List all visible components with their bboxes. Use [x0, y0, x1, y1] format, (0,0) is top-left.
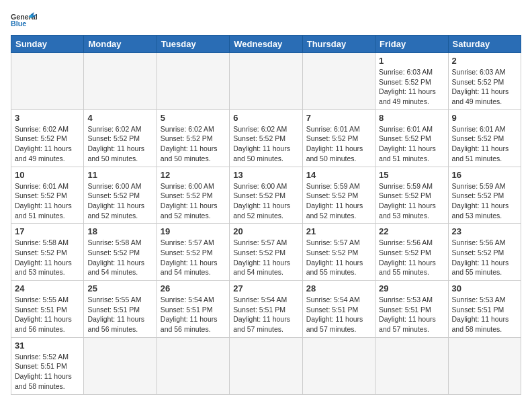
day-info: Sunrise: 6:01 AMSunset: 5:52 PMDaylight:… — [452, 124, 517, 164]
calendar-cell — [157, 53, 229, 110]
day-number: 8 — [379, 113, 444, 123]
day-header-monday: Monday — [84, 36, 157, 53]
day-info: Sunrise: 6:01 AMSunset: 5:52 PMDaylight:… — [306, 124, 371, 164]
calendar-week-row: 24Sunrise: 5:55 AMSunset: 5:51 PMDayligh… — [11, 281, 521, 338]
calendar-cell: 19Sunrise: 5:57 AMSunset: 5:52 PMDayligh… — [157, 224, 229, 281]
day-info: Sunrise: 5:57 AMSunset: 5:52 PMDaylight:… — [233, 238, 298, 277]
day-info: Sunrise: 5:55 AMSunset: 5:51 PMDaylight:… — [87, 295, 152, 334]
logo-icon: General Blue — [11, 11, 38, 30]
day-number: 30 — [452, 283, 517, 293]
day-number: 4 — [87, 113, 152, 123]
calendar-week-row: 17Sunrise: 5:58 AMSunset: 5:52 PMDayligh… — [11, 224, 521, 281]
calendar-cell — [84, 337, 157, 394]
day-number: 10 — [15, 170, 80, 180]
calendar-cell — [448, 337, 521, 394]
calendar-cell: 29Sunrise: 5:53 AMSunset: 5:51 PMDayligh… — [375, 281, 448, 338]
day-info: Sunrise: 5:59 AMSunset: 5:52 PMDaylight:… — [306, 181, 371, 221]
calendar-week-row: 10Sunrise: 6:01 AMSunset: 5:52 PMDayligh… — [11, 167, 521, 224]
day-header-tuesday: Tuesday — [157, 36, 229, 53]
calendar-cell: 22Sunrise: 5:56 AMSunset: 5:52 PMDayligh… — [375, 224, 448, 281]
day-info: Sunrise: 6:00 AMSunset: 5:52 PMDaylight:… — [161, 181, 226, 221]
day-number: 14 — [306, 170, 371, 180]
svg-text:Blue: Blue — [11, 19, 26, 28]
calendar-cell — [375, 337, 448, 394]
day-info: Sunrise: 5:58 AMSunset: 5:52 PMDaylight:… — [15, 238, 80, 277]
day-number: 21 — [306, 226, 371, 236]
day-number: 23 — [452, 226, 517, 236]
day-info: Sunrise: 6:02 AMSunset: 5:52 PMDaylight:… — [161, 124, 226, 164]
calendar-cell: 7Sunrise: 6:01 AMSunset: 5:52 PMDaylight… — [302, 109, 375, 167]
day-number: 28 — [306, 283, 371, 293]
calendar-cell: 8Sunrise: 6:01 AMSunset: 5:52 PMDaylight… — [375, 109, 448, 167]
calendar-header-row: SundayMondayTuesdayWednesdayThursdayFrid… — [11, 36, 521, 53]
day-info: Sunrise: 6:02 AMSunset: 5:52 PMDaylight:… — [233, 124, 298, 164]
day-header-thursday: Thursday — [302, 36, 375, 53]
calendar-cell: 6Sunrise: 6:02 AMSunset: 5:52 PMDaylight… — [230, 109, 302, 167]
calendar-cell: 10Sunrise: 6:01 AMSunset: 5:52 PMDayligh… — [11, 167, 84, 224]
day-number: 27 — [233, 283, 298, 293]
calendar-table: SundayMondayTuesdayWednesdayThursdayFrid… — [11, 35, 521, 395]
day-info: Sunrise: 6:00 AMSunset: 5:52 PMDaylight:… — [233, 181, 298, 221]
day-info: Sunrise: 5:56 AMSunset: 5:52 PMDaylight:… — [379, 238, 444, 277]
day-info: Sunrise: 5:54 AMSunset: 5:51 PMDaylight:… — [161, 295, 226, 334]
calendar-week-row: 31Sunrise: 5:52 AMSunset: 5:51 PMDayligh… — [11, 337, 521, 394]
day-number: 22 — [379, 226, 444, 236]
day-info: Sunrise: 6:01 AMSunset: 5:52 PMDaylight:… — [379, 124, 444, 164]
day-number: 6 — [233, 113, 298, 123]
day-number: 11 — [87, 170, 152, 180]
day-number: 24 — [15, 283, 80, 293]
calendar-cell — [157, 337, 229, 394]
calendar-cell — [84, 53, 157, 110]
day-number: 9 — [452, 113, 517, 123]
day-info: Sunrise: 6:03 AMSunset: 5:52 PMDaylight:… — [379, 67, 444, 107]
logo: General Blue — [11, 11, 38, 30]
day-info: Sunrise: 5:59 AMSunset: 5:52 PMDaylight:… — [452, 181, 517, 221]
day-info: Sunrise: 5:57 AMSunset: 5:52 PMDaylight:… — [161, 238, 226, 277]
calendar-cell: 25Sunrise: 5:55 AMSunset: 5:51 PMDayligh… — [84, 281, 157, 338]
day-info: Sunrise: 5:56 AMSunset: 5:52 PMDaylight:… — [452, 238, 517, 277]
calendar-cell: 14Sunrise: 5:59 AMSunset: 5:52 PMDayligh… — [302, 167, 375, 224]
calendar-cell — [230, 53, 302, 110]
calendar-cell: 31Sunrise: 5:52 AMSunset: 5:51 PMDayligh… — [11, 337, 84, 394]
day-info: Sunrise: 5:54 AMSunset: 5:51 PMDaylight:… — [233, 295, 298, 334]
calendar-cell: 15Sunrise: 5:59 AMSunset: 5:52 PMDayligh… — [375, 167, 448, 224]
calendar-cell — [302, 337, 375, 394]
calendar-cell: 2Sunrise: 6:03 AMSunset: 5:52 PMDaylight… — [448, 53, 521, 110]
day-number: 5 — [161, 113, 226, 123]
calendar-cell — [230, 337, 302, 394]
calendar-cell: 28Sunrise: 5:54 AMSunset: 5:51 PMDayligh… — [302, 281, 375, 338]
day-number: 26 — [161, 283, 226, 293]
page-header: General Blue — [11, 11, 521, 30]
day-info: Sunrise: 5:53 AMSunset: 5:51 PMDaylight:… — [379, 295, 444, 334]
day-number: 17 — [15, 226, 80, 236]
calendar-cell: 26Sunrise: 5:54 AMSunset: 5:51 PMDayligh… — [157, 281, 229, 338]
day-info: Sunrise: 6:00 AMSunset: 5:52 PMDaylight:… — [87, 181, 152, 221]
calendar-cell: 17Sunrise: 5:58 AMSunset: 5:52 PMDayligh… — [11, 224, 84, 281]
day-number: 19 — [161, 226, 226, 236]
calendar-cell — [302, 53, 375, 110]
calendar-cell: 12Sunrise: 6:00 AMSunset: 5:52 PMDayligh… — [157, 167, 229, 224]
calendar-cell: 13Sunrise: 6:00 AMSunset: 5:52 PMDayligh… — [230, 167, 302, 224]
day-number: 16 — [452, 170, 517, 180]
day-number: 29 — [379, 283, 444, 293]
calendar-cell: 21Sunrise: 5:57 AMSunset: 5:52 PMDayligh… — [302, 224, 375, 281]
day-info: Sunrise: 5:57 AMSunset: 5:52 PMDaylight:… — [306, 238, 371, 277]
calendar-week-row: 3Sunrise: 6:02 AMSunset: 5:52 PMDaylight… — [11, 109, 521, 167]
day-info: Sunrise: 6:01 AMSunset: 5:52 PMDaylight:… — [15, 181, 80, 221]
day-header-wednesday: Wednesday — [230, 36, 302, 53]
day-number: 18 — [87, 226, 152, 236]
calendar-cell: 18Sunrise: 5:58 AMSunset: 5:52 PMDayligh… — [84, 224, 157, 281]
calendar-cell: 4Sunrise: 6:02 AMSunset: 5:52 PMDaylight… — [84, 109, 157, 167]
day-info: Sunrise: 6:03 AMSunset: 5:52 PMDaylight:… — [452, 67, 517, 107]
day-info: Sunrise: 6:02 AMSunset: 5:52 PMDaylight:… — [15, 124, 80, 164]
day-info: Sunrise: 5:52 AMSunset: 5:51 PMDaylight:… — [15, 352, 80, 392]
day-header-friday: Friday — [375, 36, 448, 53]
day-info: Sunrise: 6:02 AMSunset: 5:52 PMDaylight:… — [87, 124, 152, 164]
day-number: 15 — [379, 170, 444, 180]
calendar-cell: 16Sunrise: 5:59 AMSunset: 5:52 PMDayligh… — [448, 167, 521, 224]
day-number: 13 — [233, 170, 298, 180]
day-number: 1 — [379, 56, 444, 66]
day-number: 2 — [452, 56, 517, 66]
calendar-cell: 9Sunrise: 6:01 AMSunset: 5:52 PMDaylight… — [448, 109, 521, 167]
calendar-cell: 23Sunrise: 5:56 AMSunset: 5:52 PMDayligh… — [448, 224, 521, 281]
